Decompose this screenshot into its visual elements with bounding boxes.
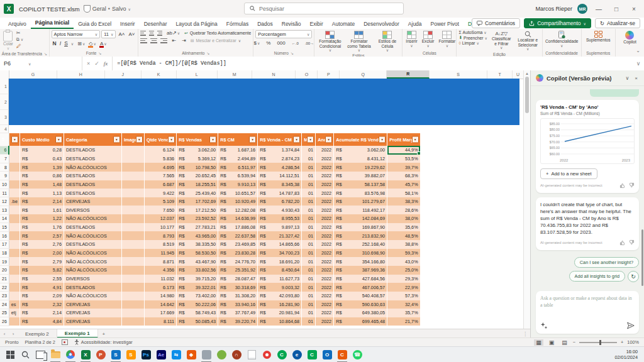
- column-title-acumulate-r-vendas[interactable]: Acumulate R$ Vendas▾: [334, 133, 387, 146]
- cell-venda-cm[interactable]: R$20.981,94: [258, 309, 302, 317]
- cell-venda-cm[interactable]: R$16.281,90: [258, 300, 302, 309]
- ribbon-tab-exibir[interactable]: Exibir: [305, 19, 327, 29]
- cell-imagem[interactable]: [121, 197, 144, 206]
- cell-acumulado[interactable]: R$467.006,57: [334, 283, 387, 292]
- cell-categoria[interactable]: NÃO ALCÓOLICOS: [64, 163, 121, 172]
- taskbar-whatsapp-icon[interactable]: ☎: [350, 347, 365, 362]
- cell-acumulado[interactable]: R$387.969,36: [334, 266, 387, 275]
- paste-button[interactable]: Colar ∨: [2, 30, 14, 51]
- cell-cm[interactable]: R$10.920,49: [218, 197, 258, 206]
- cell-imagem[interactable]: [121, 146, 144, 155]
- excel-app-icon[interactable]: X: [4, 4, 14, 14]
- column-header-T[interactable]: T: [487, 70, 513, 79]
- cell-frag[interactable]: [9, 189, 19, 197]
- zoom-in-button[interactable]: +: [621, 339, 623, 345]
- cell-categoria[interactable]: DIVERSOS: [64, 275, 121, 283]
- cell-vendas[interactable]: R$50.085,43: [177, 317, 218, 326]
- column-title-r-venda-cm[interactable]: R$ Venda - CM▾: [258, 133, 302, 146]
- cell-profit-margin[interactable]: 68,3%: [387, 172, 420, 180]
- row-header-26[interactable]: 26: [0, 317, 9, 326]
- underline-button[interactable]: S: [64, 40, 68, 47]
- cell-imagem[interactable]: [121, 155, 144, 163]
- cell-acumulado[interactable]: R$252.168,40: [334, 240, 387, 249]
- update-button[interactable]: ↻ Atualizar-se: [595, 18, 640, 28]
- increase-decimal-button[interactable]: ←.0: [291, 41, 300, 45]
- cell-custo-medio[interactable]: R$0,86: [19, 172, 64, 180]
- cell-cm[interactable]: R$6.511,97: [218, 163, 258, 172]
- cell-qtde-vendas[interactable]: 5.109: [144, 197, 176, 206]
- cell-profit-margin[interactable]: 35,6%: [387, 223, 420, 232]
- cell-mes[interactable]: 01: [302, 257, 316, 266]
- search-input[interactable]: Pesquisar: [244, 3, 404, 14]
- increase-font-button[interactable]: A˄: [117, 31, 126, 37]
- decrease-indent-button[interactable]: ⇤: [170, 38, 177, 43]
- column-title-hidden[interactable]: ▾: [9, 133, 19, 146]
- new-sheet-button[interactable]: +: [98, 329, 109, 338]
- row-header-19[interactable]: 19: [0, 257, 9, 266]
- cell-cm[interactable]: R$28.087,47: [218, 275, 258, 283]
- thumbs-up-icon[interactable]: [619, 182, 626, 189]
- cell-imagem[interactable]: [121, 206, 144, 214]
- ribbon-tab-desenhar[interactable]: Desenhar: [140, 19, 172, 29]
- cell-profit-margin[interactable]: 48,5%: [387, 231, 420, 240]
- align-left-button[interactable]: [140, 38, 147, 43]
- cell-qtde-vendas[interactable]: 12.037: [144, 214, 176, 223]
- cell-qtde-vendas[interactable]: 17.669: [144, 309, 176, 317]
- cell-vendas[interactable]: R$50.222,06: [177, 300, 218, 309]
- cell-custo-medio[interactable]: R$2,79: [19, 257, 64, 266]
- column-header-P[interactable]: P: [318, 70, 340, 79]
- cell-cm[interactable]: R$6.539,94: [218, 172, 258, 180]
- row-header-16[interactable]: 16: [0, 231, 9, 240]
- font-name-select[interactable]: Aptos Narrow∨: [52, 30, 101, 38]
- cell-mes[interactable]: 01: [302, 206, 316, 214]
- taskbar-task-view-icon[interactable]: [33, 347, 48, 362]
- cell-ano[interactable]: 2022: [316, 283, 334, 292]
- row-header-7[interactable]: 7: [0, 155, 9, 163]
- decrease-font-button[interactable]: A˅: [127, 31, 136, 37]
- cell-vendas[interactable]: R$73.402,00: [177, 292, 218, 300]
- cell-acumulado[interactable]: R$590.630,63: [334, 300, 387, 309]
- cell-vendas[interactable]: R$18.255,51: [177, 180, 218, 189]
- cell-venda-cm[interactable]: R$42.093,80: [258, 292, 302, 300]
- column-header-G[interactable]: G: [9, 70, 57, 79]
- cell-vendas[interactable]: R$25.439,40: [177, 189, 218, 197]
- cell-cm[interactable]: R$31.308,20: [218, 292, 258, 300]
- cell-cm[interactable]: R$10.651,57: [218, 189, 258, 197]
- cell-profit-margin[interactable]: 28,6%: [387, 206, 420, 214]
- cell-profit-margin[interactable]: 22,9%: [387, 283, 420, 292]
- cell-imagem[interactable]: [121, 266, 144, 275]
- collapse-ribbon-icon[interactable]: ⌄: [636, 48, 640, 53]
- cell-custo-medio[interactable]: R$2,14: [19, 309, 64, 317]
- filter-icon[interactable]: ▾: [249, 136, 256, 143]
- add-to-sheet-button[interactable]: +Add to a new sheet: [540, 168, 597, 179]
- cell-custo-medio[interactable]: R$4,91: [19, 283, 64, 292]
- column-title-categoria[interactable]: Categoria▾: [64, 133, 121, 146]
- cell-acumulado[interactable]: R$19.229,62: [334, 163, 387, 172]
- cell-frag[interactable]: es: [9, 300, 19, 309]
- minimize-button[interactable]: —: [592, 6, 605, 13]
- cell-styles-button[interactable]: Estilos de Célula∨: [374, 30, 400, 53]
- cell-frag[interactable]: [9, 163, 19, 172]
- filter-icon[interactable]: ▾: [136, 136, 143, 143]
- expand-formula-bar-icon[interactable]: ∨: [633, 57, 644, 70]
- row-header-22[interactable]: 22: [0, 283, 9, 292]
- cell-vendas[interactable]: R$17.702,69: [177, 197, 218, 206]
- taskbar-headset-app-icon[interactable]: ∩: [229, 347, 244, 362]
- copilot-input-card[interactable]: Ask a question or make a request about d…: [536, 291, 639, 334]
- cell-categoria[interactable]: CERVEJAS: [64, 300, 121, 309]
- zoom-slider-thumb[interactable]: [599, 340, 601, 345]
- cell-profit-margin[interactable]: 35,7%: [387, 309, 420, 317]
- cell-custo-medio[interactable]: R$0,43: [19, 155, 64, 163]
- cell-categoria[interactable]: DESTILADOS: [64, 240, 121, 249]
- align-right-button[interactable]: [160, 38, 167, 43]
- cell-custo-medio[interactable]: R$1,48: [19, 180, 64, 189]
- cell-acumulado[interactable]: R$699.465,48: [334, 317, 387, 326]
- column-header-L[interactable]: L: [177, 70, 218, 79]
- font-size-select[interactable]: 11∨: [101, 30, 116, 38]
- cell-qtde-vendas[interactable]: 9.422: [144, 189, 176, 197]
- cell-imagem[interactable]: [121, 309, 144, 317]
- cell-venda-cm[interactable]: R$14.112,51: [258, 172, 302, 180]
- cell-qtde-vendas[interactable]: 11.945: [144, 249, 176, 258]
- cell-cm[interactable]: R$24.776,70: [218, 257, 258, 266]
- cell-mes[interactable]: 01: [302, 155, 316, 163]
